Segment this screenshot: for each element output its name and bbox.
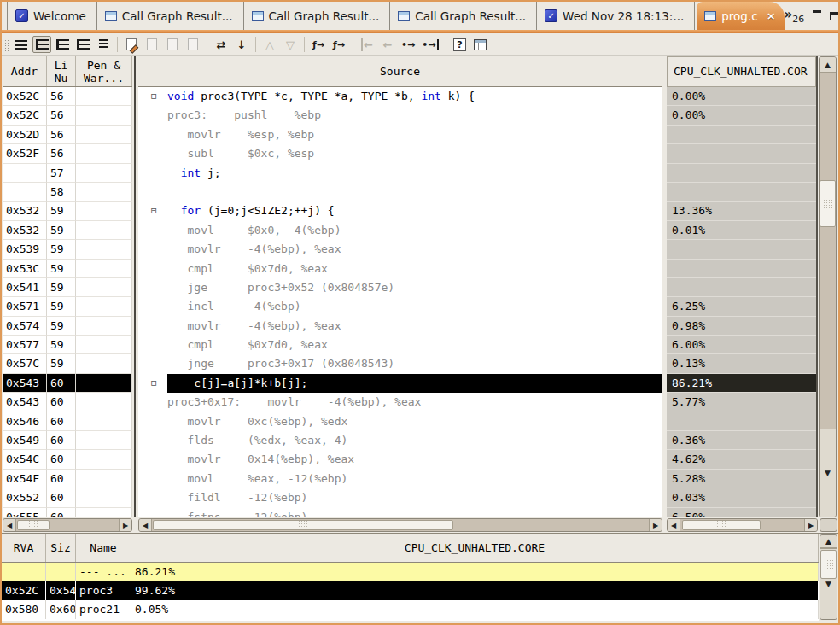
export-data-icon[interactable]	[471, 36, 490, 53]
editor-tab-prog-c[interactable]: prog.c×	[697, 2, 784, 30]
table-row[interactable]: 0x53259	[3, 202, 132, 220]
toolbar-drag-handle[interactable]	[4, 37, 9, 52]
counter-cell[interactable]: 6.00%	[667, 336, 816, 354]
counter-cell[interactable]: 4.62%	[667, 450, 816, 469]
source-row[interactable]: fildl -12(%ebp)	[138, 488, 662, 507]
doc-export-icon[interactable]	[184, 36, 202, 53]
counter-cell[interactable]	[667, 278, 816, 297]
prev-hotspot-icon[interactable]: ←	[378, 36, 397, 53]
table-row[interactable]: 0x57159	[3, 297, 132, 316]
last-hotspot-icon[interactable]: •→	[419, 36, 440, 53]
edit-source-icon[interactable]	[122, 36, 141, 53]
assembly-view-icon[interactable]	[53, 36, 72, 53]
scroll-down-arrow-icon[interactable]: ▼	[820, 429, 836, 517]
scroll-right-arrow-icon[interactable]: ▶	[804, 519, 817, 531]
table-row[interactable]: 0x54360	[3, 374, 132, 393]
functions-vertical-scrollbar[interactable]: ▲ ▼	[820, 534, 837, 620]
source-row[interactable]: jge proc3+0x52 (0x804857e)	[138, 278, 662, 297]
editor-tab-welcome[interactable]: ✓Welcome	[7, 2, 97, 30]
column-header-li[interactable]: LiNu	[47, 56, 76, 86]
source-row[interactable]: movlr -4(%ebp), %eax	[138, 240, 662, 259]
column-header-rva[interactable]: RVA	[2, 534, 46, 562]
source-row[interactable]: movlr 0x14(%ebp), %eax	[138, 450, 662, 469]
counter-cell[interactable]: 0.00%	[667, 87, 816, 106]
column-header-addr[interactable]: Addr	[3, 56, 47, 86]
prev-function-icon[interactable]: ƒ→	[309, 36, 328, 53]
column-header-cpu-clk-unhalted-core[interactable]: CPU_CLK_UNHALTED.CORE	[131, 534, 819, 562]
table-row[interactable]: 0x57759	[3, 336, 132, 354]
table-row[interactable]: 0x54960	[3, 431, 132, 450]
counter-cell[interactable]	[667, 183, 816, 202]
table-row[interactable]: 0x57C59	[3, 354, 132, 373]
table-row[interactable]: 0x57459	[3, 317, 132, 336]
function-row[interactable]: 0x52C0x54proc399.62%	[2, 581, 819, 600]
table-row[interactable]: 0x55260	[3, 488, 132, 507]
source-row[interactable]: ⊟ for (j=0;j<SIZE2;++j) {	[138, 202, 662, 220]
counter-cell[interactable]	[667, 240, 816, 259]
scroll-left-arrow-icon[interactable]: ◀	[3, 519, 16, 531]
source-view-icon[interactable]	[32, 36, 51, 53]
source-row[interactable]: subl $0xc, %esp	[138, 144, 662, 163]
source-row[interactable]: movl $0x0, -4(%ebp)	[138, 221, 662, 240]
table-row[interactable]: 0x52D56	[3, 126, 132, 144]
table-row[interactable]: 58	[3, 183, 132, 202]
doc-import-icon[interactable]	[163, 36, 182, 53]
next-hotspot-icon[interactable]: •→	[399, 36, 417, 53]
counter-cell[interactable]	[667, 144, 816, 163]
source-row[interactable]	[138, 183, 662, 202]
source-row[interactable]: cmpl $0x7d0, %eax	[138, 336, 662, 354]
table-row[interactable]: 0x53C59	[3, 260, 132, 278]
scroll-left-arrow-icon[interactable]: ◀	[139, 519, 152, 531]
scroll-track[interactable]	[820, 73, 836, 429]
source-row[interactable]: movlr %esp, %ebp	[138, 126, 662, 144]
counter-cell[interactable]: 5.28%	[667, 470, 816, 488]
counter-cell[interactable]: 6.50%	[667, 508, 816, 517]
table-row[interactable]: 0x52C56	[3, 87, 132, 106]
source-row[interactable]: cmpl $0x7d0, %eax	[138, 260, 662, 278]
table-row[interactable]: 0x53959	[3, 240, 132, 259]
maximize-view-button[interactable]	[830, 12, 839, 20]
scroll-down-icon[interactable]: ▽	[281, 36, 300, 53]
counter-column-header[interactable]: CPU_CLK_UNHALTED.COR	[667, 56, 816, 87]
source-row[interactable]: proc3: pushl %ebp	[138, 106, 662, 125]
scroll-thumb[interactable]	[820, 180, 836, 227]
counter-cell[interactable]: 13.36%	[667, 202, 816, 220]
source-row[interactable]: fstps -12(%ebp)	[138, 508, 662, 517]
source-row[interactable]: flds (%edx, %eax, 4)	[138, 431, 662, 450]
collapse-icon[interactable]: ⊟	[138, 202, 167, 220]
editor-tab-call-graph-result-[interactable]: Call Graph Result...	[390, 2, 537, 30]
view-menu-icon[interactable]	[12, 36, 31, 53]
counter-cell[interactable]	[667, 412, 816, 431]
source-row[interactable]: int j;	[138, 164, 662, 183]
source-row[interactable]: jnge proc3+0x17 (0x8048543)	[138, 354, 662, 373]
minimize-view-button[interactable]	[813, 10, 821, 19]
source-row[interactable]: movlr 0xc(%ebp), %edx	[138, 412, 662, 431]
vertical-sash[interactable]	[132, 56, 138, 517]
counter-hscrollbar[interactable]: ◀ ▶	[667, 518, 818, 532]
scroll-right-arrow-icon[interactable]: ▶	[649, 519, 662, 531]
table-row[interactable]: 0x55560	[3, 508, 132, 517]
counter-cell[interactable]: 0.00%	[667, 106, 816, 125]
table-row[interactable]: 57	[3, 164, 132, 183]
source-row[interactable]: ⊟void proc3(TYPE *c, TYPE *a, TYPE *b, i…	[138, 87, 662, 106]
counter-cell[interactable]: 0.01%	[667, 221, 816, 240]
scroll-thumb[interactable]	[820, 550, 837, 579]
close-icon[interactable]: ×	[767, 9, 776, 22]
collapse-icon[interactable]: ⊟	[138, 87, 167, 106]
counter-cell[interactable]: 5.77%	[667, 393, 816, 412]
counter-cell[interactable]: 0.36%	[667, 431, 816, 450]
function-row[interactable]: 0x5800x60proc210.05%	[2, 600, 819, 619]
editor-tab-call-graph-result-[interactable]: Call Graph Result...	[97, 2, 244, 30]
scroll-left-arrow-icon[interactable]: ◀	[668, 519, 680, 531]
list-view-icon[interactable]	[94, 36, 113, 53]
counter-cell[interactable]	[667, 260, 816, 278]
first-hotspot-icon[interactable]: ←	[358, 36, 376, 53]
table-row[interactable]: 0x52C56	[3, 106, 132, 125]
source-vertical-scrollbar[interactable]: ▲ ▼	[819, 56, 837, 517]
editor-tab-wed-nov-28-18-13-[interactable]: ✓Wed Nov 28 18:13:...	[537, 2, 695, 30]
counter-cell[interactable]	[667, 164, 816, 183]
scroll-thumb[interactable]	[153, 520, 453, 530]
function-row[interactable]: --- ...86.21%	[2, 563, 819, 581]
next-function-icon[interactable]: ƒ→	[330, 36, 348, 53]
scroll-up-icon[interactable]: △	[260, 36, 279, 53]
